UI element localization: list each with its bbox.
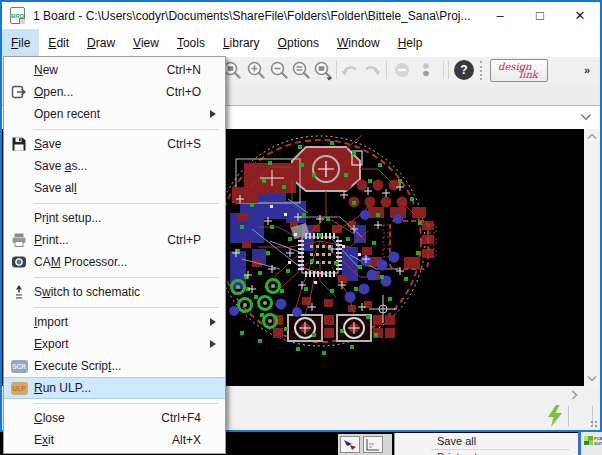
vertical-scrollbar[interactable] xyxy=(584,129,600,386)
close-button[interactable]: ✕ xyxy=(560,2,600,29)
maximize-button[interactable]: □ xyxy=(520,2,560,29)
scr-script-icon: SCR xyxy=(11,360,28,373)
minimize-button[interactable]: – xyxy=(480,2,520,29)
shortcut-label: Ctrl+N xyxy=(167,63,225,77)
menubar-item-tools[interactable]: Tools xyxy=(168,29,214,57)
menu-item-print-setup[interactable]: Print setup... xyxy=(4,207,225,229)
shortcut-label: Ctrl+P xyxy=(167,233,225,247)
toolbar-grip[interactable] xyxy=(480,61,483,80)
design-link-button[interactable]: design link xyxy=(490,59,548,82)
undo-icon xyxy=(340,59,360,81)
menu-item-open[interactable]: Open... Ctrl+O xyxy=(4,81,225,103)
menu-item-save-all[interactable]: Save all xyxy=(4,177,225,199)
menu-item-switch-to-schematic[interactable]: Switch to schematic xyxy=(4,281,225,303)
cam-processor-icon xyxy=(11,254,27,270)
menubar-item-library[interactable]: Library xyxy=(214,29,269,57)
shortcut-label: Ctrl+S xyxy=(167,137,225,151)
toolbar-separator xyxy=(443,61,444,79)
statusbar-separator xyxy=(568,406,569,426)
submenu-arrow-icon xyxy=(210,110,216,118)
zoom-in-icon[interactable] xyxy=(246,59,266,81)
menu-separator xyxy=(4,273,225,281)
shortcut-label: Ctrl+F4 xyxy=(161,411,225,425)
menubar-item-options[interactable]: Options xyxy=(269,29,328,57)
screenshot-root: { "window": { "title": "1 Board - C:\\Us… xyxy=(0,0,602,455)
titlebar: BRD 1 Board - C:\Users\codyr\Documents\S… xyxy=(2,2,600,29)
more-dots-icon xyxy=(416,59,436,81)
zoom-out-icon[interactable] xyxy=(269,59,289,81)
menubar-item-edit[interactable]: Edit xyxy=(39,29,78,57)
switch-to-schematic-icon xyxy=(11,284,27,300)
shortcut-label: Ctrl+O xyxy=(166,85,225,99)
menubar-item-help[interactable]: Help xyxy=(389,29,432,57)
menubar-item-draw[interactable]: Draw xyxy=(78,29,124,57)
menu-item-export[interactable]: Export xyxy=(4,333,225,355)
scroll-right-icon[interactable] xyxy=(571,390,578,400)
resize-grip[interactable] xyxy=(590,420,598,428)
background-toolbar-fragment xyxy=(338,434,392,455)
toolbar-overflow-button[interactable]: » xyxy=(584,64,588,76)
submenu-arrow-icon xyxy=(210,318,216,326)
design-link-label-2: link xyxy=(519,69,538,80)
background-icon xyxy=(340,436,360,453)
shortcut-label: Alt+X xyxy=(172,433,225,447)
menubar-item-view[interactable]: View xyxy=(124,29,168,57)
save-icon xyxy=(11,136,27,152)
brd-file-icon: BRD xyxy=(10,7,25,24)
toolbar-separator xyxy=(336,61,337,79)
background-icon xyxy=(363,436,383,453)
file-menu-dropdown: New Ctrl+N Open... Ctrl+O Open recent Sa… xyxy=(3,56,226,454)
menubar-item-window[interactable]: Window xyxy=(328,29,389,57)
printer-icon xyxy=(11,232,27,248)
scroll-up-icon[interactable] xyxy=(587,133,597,140)
menu-item-import[interactable]: Import xyxy=(4,311,225,333)
menu-item-cam-processor[interactable]: CAM Processor... xyxy=(4,251,225,273)
zoom-redraw-icon[interactable] xyxy=(291,59,311,81)
menu-item-print[interactable]: Print... Ctrl+P xyxy=(4,229,225,251)
menu-separator xyxy=(4,125,225,133)
window-title: 1 Board - C:\Users\codyr\Documents\Share… xyxy=(33,9,471,23)
menu-item-exit[interactable]: Exit Alt+X xyxy=(4,429,225,451)
stop-icon xyxy=(392,59,412,81)
background-pcb-suite-logo: PCBSUITE xyxy=(578,432,602,455)
menu-item-execute-script[interactable]: SCR Execute Script... xyxy=(4,355,225,377)
submenu-arrow-icon xyxy=(210,340,216,348)
menu-separator xyxy=(4,199,225,207)
redo-icon xyxy=(362,59,382,81)
chevron-down-icon[interactable] xyxy=(580,113,592,122)
menu-item-open-recent[interactable]: Open recent xyxy=(4,103,225,125)
menu-separator xyxy=(4,399,225,407)
zoom-select-icon[interactable] xyxy=(313,59,333,81)
menu-item-run-ulp[interactable]: ULP Run ULP... xyxy=(4,377,225,399)
toolbar-separator xyxy=(448,61,449,79)
toolbar-separator xyxy=(386,61,387,79)
spark-icon[interactable] xyxy=(546,405,564,427)
menubar-item-file[interactable]: File xyxy=(2,29,39,57)
open-icon xyxy=(11,84,27,100)
background-menu-item: Save all xyxy=(395,433,578,447)
menu-separator xyxy=(4,303,225,311)
menu-item-save[interactable]: Save Ctrl+S xyxy=(4,133,225,155)
menu-item-new[interactable]: New Ctrl+N xyxy=(4,59,225,81)
menu-item-close[interactable]: Close Ctrl+F4 xyxy=(4,407,225,429)
pcb-suite-logo-icon xyxy=(584,436,593,445)
menu-item-save-as[interactable]: Save as... xyxy=(4,155,225,177)
help-button[interactable]: ? xyxy=(454,60,474,80)
ulp-icon: ULP xyxy=(11,382,28,395)
scroll-down-icon[interactable] xyxy=(587,375,597,382)
background-window-fragment: Save all Print setup... xyxy=(394,433,578,455)
menubar: File Edit Draw View Tools Library Option… xyxy=(2,29,600,57)
background-menu-item: Print setup... xyxy=(395,450,578,455)
